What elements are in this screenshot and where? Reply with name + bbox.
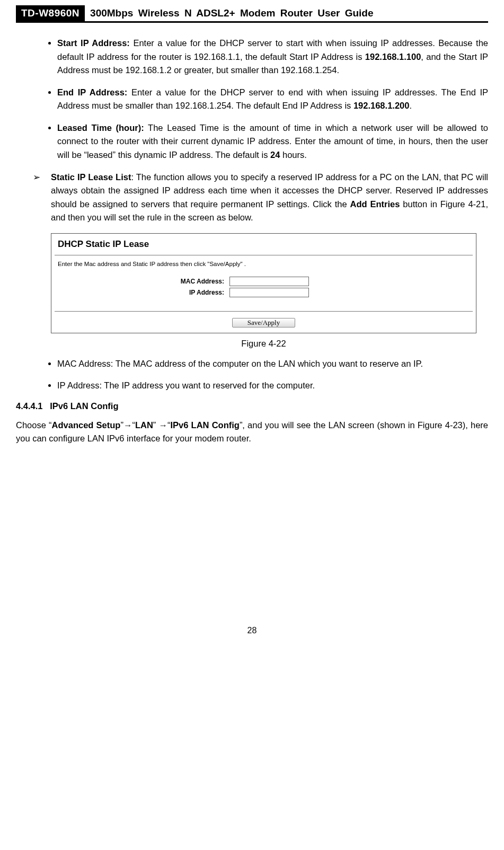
label-end-ip: End IP Address: (57, 87, 127, 97)
header-title: 300Mbps Wireless N ADSL2+ Modem Router U… (85, 5, 373, 21)
text: hours. (280, 150, 306, 160)
section-title: IPv6 LAN Config (50, 401, 118, 411)
ip-address-input[interactable] (229, 288, 309, 297)
label-mac-address: MAC Address: (55, 278, 229, 285)
bullet-mac-address: MAC Address: The MAC address of the comp… (57, 357, 488, 371)
bold-value: 24 (270, 150, 280, 160)
document-header: TD-W8960N 300Mbps Wireless N ADSL2+ Mode… (16, 5, 488, 23)
page-number: 28 (16, 626, 488, 635)
bullet-list-bottom: MAC Address: The MAC address of the comp… (39, 357, 488, 393)
label-static-ip-lease: Static IP Lease List (51, 172, 131, 182)
label-ip-address: IP Address: (55, 289, 229, 296)
bullet-list-top: Start IP Address: Enter a value for the … (39, 37, 488, 162)
mac-address-input[interactable] (229, 277, 309, 286)
nav-ipv6-lan-config: IPv6 LAN Config (170, 420, 239, 430)
form-row-mac: MAC Address: (55, 277, 473, 286)
divider (55, 255, 473, 255)
divider (55, 311, 473, 312)
bullet-leased-time: Leased Time (hour): The Leased Time is t… (57, 121, 488, 162)
form-row-ip: IP Address: (55, 288, 473, 297)
bold-value: 192.168.1.100 (365, 52, 421, 61)
nav-advanced-setup: Advanced Setup (52, 420, 121, 430)
section-heading: 4.4.4.1 IPv6 LAN Config (16, 401, 488, 411)
label-leased: Leased Time (hour): (57, 123, 144, 132)
bullet-start-ip: Start IP Address: Enter a value for the … (57, 37, 488, 77)
text: ”→“ (120, 420, 135, 430)
label-start-ip: Start IP Address: (57, 38, 130, 48)
section-number: 4.4.4.1 (16, 401, 42, 411)
text: Choose “ (16, 420, 52, 430)
figure-caption: Figure 4-22 (39, 339, 488, 349)
bold-value: 192.168.1.200 (353, 101, 410, 110)
nav-lan: LAN (135, 420, 153, 430)
arrow-static-ip-lease: Static IP Lease List: The function allow… (39, 171, 488, 225)
screenshot-panel: DHCP Static IP Lease Enter the Mac addre… (51, 233, 476, 333)
bullet-end-ip: End IP Address: Enter a value for the DH… (57, 86, 488, 113)
bold-add-entries: Add Entries (350, 199, 400, 209)
text: ” →“ (153, 420, 171, 430)
screenshot-title: DHCP Static IP Lease (58, 239, 473, 250)
nav-paragraph: Choose “Advanced Setup”→“LAN” →“IPv6 LAN… (16, 419, 488, 446)
bullet-ip-address: IP Address: The IP address you want to r… (57, 379, 488, 393)
header-model: TD-W8960N (16, 5, 85, 21)
screenshot-instruction: Enter the Mac address and Static IP addr… (58, 261, 473, 267)
text: . (409, 101, 412, 110)
save-apply-button[interactable]: Save/Apply (232, 318, 295, 327)
